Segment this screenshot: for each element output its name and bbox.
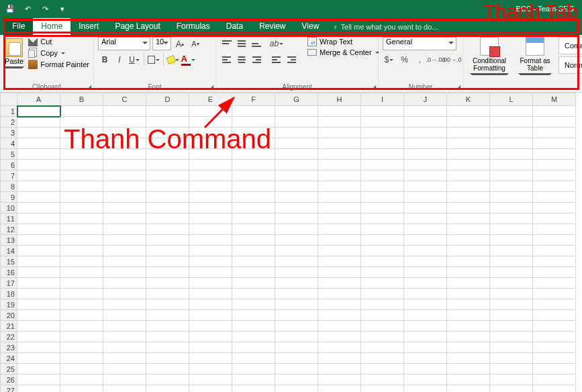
cell-F9[interactable]	[232, 192, 275, 203]
cell-E10[interactable]	[189, 203, 232, 213]
cell-H5[interactable]	[318, 149, 361, 160]
cell-A6[interactable]	[17, 160, 60, 170]
cell-K8[interactable]	[447, 181, 490, 192]
cell-C1[interactable]	[103, 106, 146, 117]
cell-H7[interactable]	[318, 170, 361, 181]
cell-K6[interactable]	[447, 160, 490, 170]
cell-I12[interactable]	[361, 224, 404, 235]
cell-F5[interactable]	[232, 149, 275, 160]
cell-M21[interactable]	[533, 321, 576, 332]
cell-I8[interactable]	[361, 181, 404, 192]
cell-G8[interactable]	[275, 181, 318, 192]
cell-H15[interactable]	[318, 256, 361, 267]
cell-I20[interactable]	[361, 310, 404, 321]
cell-M12[interactable]	[533, 224, 576, 235]
row-header-24[interactable]: 24	[0, 353, 17, 364]
cell-G24[interactable]	[275, 353, 318, 364]
cell-E25[interactable]	[189, 364, 232, 375]
cell-A13[interactable]	[17, 235, 60, 246]
cell-I11[interactable]	[361, 213, 404, 224]
comma-style-button[interactable]: ,	[414, 53, 426, 66]
cell-E7[interactable]	[189, 170, 232, 181]
cell-G20[interactable]	[275, 310, 318, 321]
decrease-indent-button[interactable]	[270, 53, 283, 66]
row-header-13[interactable]: 13	[0, 235, 17, 246]
row-header-14[interactable]: 14	[0, 246, 17, 256]
cell-H3[interactable]	[318, 128, 361, 138]
cell-E4[interactable]	[189, 138, 232, 149]
row-header-3[interactable]: 3	[0, 128, 17, 138]
row-header-22[interactable]: 22	[0, 332, 17, 342]
cell-H8[interactable]	[318, 181, 361, 192]
cell-D12[interactable]	[146, 224, 189, 235]
cell-E23[interactable]	[189, 342, 232, 353]
cell-L8[interactable]	[490, 181, 533, 192]
cell-E13[interactable]	[189, 235, 232, 246]
cell-G1[interactable]	[275, 106, 318, 117]
cell-F7[interactable]	[232, 170, 275, 181]
cell-B8[interactable]	[60, 181, 103, 192]
cell-M7[interactable]	[533, 170, 576, 181]
percent-button[interactable]: %	[398, 53, 411, 66]
cell-K5[interactable]	[447, 149, 490, 160]
format-as-table-button[interactable]: Format as Table	[516, 37, 554, 77]
cell-K24[interactable]	[447, 353, 490, 364]
row-header-16[interactable]: 16	[0, 267, 17, 278]
tab-formulas[interactable]: Formulas	[168, 18, 218, 35]
cell-A20[interactable]	[17, 310, 60, 321]
cell-F14[interactable]	[232, 246, 275, 256]
cell-J25[interactable]	[404, 364, 447, 375]
clipboard-dialog-launcher[interactable]: ◢	[87, 84, 91, 90]
cell-K10[interactable]	[447, 203, 490, 213]
cell-C25[interactable]	[103, 364, 146, 375]
underline-button[interactable]: U	[128, 53, 141, 66]
cell-H12[interactable]	[318, 224, 361, 235]
cell-F3[interactable]	[232, 128, 275, 138]
cell-B21[interactable]	[60, 321, 103, 332]
number-dialog-launcher[interactable]: ◢	[456, 84, 460, 90]
cell-I6[interactable]	[361, 160, 404, 170]
cell-J24[interactable]	[404, 353, 447, 364]
cell-I27[interactable]	[361, 385, 404, 392]
row-header-20[interactable]: 20	[0, 310, 17, 321]
cell-M1[interactable]	[533, 106, 576, 117]
cell-I4[interactable]	[361, 138, 404, 149]
tab-data[interactable]: Data	[218, 18, 251, 35]
cell-A24[interactable]	[17, 353, 60, 364]
cell-C15[interactable]	[103, 256, 146, 267]
cell-I1[interactable]	[361, 106, 404, 117]
cell-F13[interactable]	[232, 235, 275, 246]
conditional-formatting-button[interactable]: Conditional Formatting	[467, 37, 512, 77]
alignment-dialog-launcher[interactable]: ◢	[372, 84, 376, 90]
cell-J19[interactable]	[404, 299, 447, 310]
cell-H2[interactable]	[318, 117, 361, 128]
cell-L22[interactable]	[490, 332, 533, 342]
cell-L27[interactable]	[490, 385, 533, 392]
row-header-10[interactable]: 10	[0, 203, 17, 213]
cell-M8[interactable]	[533, 181, 576, 192]
cell-J1[interactable]	[404, 106, 447, 117]
cell-I15[interactable]	[361, 256, 404, 267]
cell-G15[interactable]	[275, 256, 318, 267]
cell-I3[interactable]	[361, 128, 404, 138]
cell-F2[interactable]	[232, 117, 275, 128]
cell-G9[interactable]	[275, 192, 318, 203]
cell-B1[interactable]	[60, 106, 103, 117]
cell-I10[interactable]	[361, 203, 404, 213]
col-header-E[interactable]: E	[189, 93, 232, 106]
select-all-corner[interactable]	[0, 93, 17, 106]
cell-H17[interactable]	[318, 278, 361, 289]
cell-E22[interactable]	[189, 332, 232, 342]
cell-H6[interactable]	[318, 160, 361, 170]
cell-B24[interactable]	[60, 353, 103, 364]
cell-E9[interactable]	[189, 192, 232, 203]
align-top-button[interactable]	[220, 37, 234, 50]
cell-F1[interactable]	[232, 106, 275, 117]
cell-E15[interactable]	[189, 256, 232, 267]
cell-H19[interactable]	[318, 299, 361, 310]
save-icon[interactable]: 💾	[4, 3, 16, 15]
cell-B15[interactable]	[60, 256, 103, 267]
cell-B25[interactable]	[60, 364, 103, 375]
cell-H26[interactable]	[318, 375, 361, 385]
font-name-select[interactable]: Arial	[98, 37, 150, 50]
